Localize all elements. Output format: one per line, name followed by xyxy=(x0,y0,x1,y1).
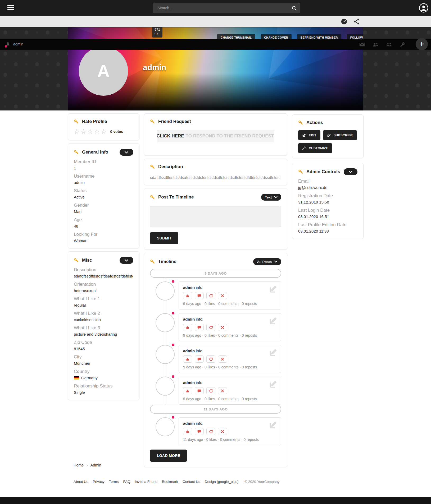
card-title: General Info xyxy=(82,150,108,155)
load-more-button[interactable]: LOAD MORE xyxy=(150,450,187,462)
info-field: What I Like 3 picture and videosharing xyxy=(74,325,133,336)
delete-post-button[interactable] xyxy=(218,324,227,331)
edit-post-icon[interactable] xyxy=(269,420,278,429)
settings-wrench-icon[interactable] xyxy=(400,41,406,48)
footer-link[interactable]: Invite a Friend xyxy=(135,480,158,484)
footer-link[interactable]: Design (google_plus) xyxy=(205,480,239,484)
timeline-dot xyxy=(172,375,174,378)
general-info-card: General Info Member ID 1 Username admin … xyxy=(68,143,139,248)
card-title: Timeline xyxy=(158,259,176,264)
collapse-toggle[interactable] xyxy=(120,257,133,264)
friend-request-card: Friend Request CLICK HERE TO RESPOND TO … xyxy=(144,113,287,156)
delete-post-button[interactable] xyxy=(218,355,227,363)
user-icon xyxy=(6,41,11,47)
profile-toolbar: admin + xyxy=(0,39,431,50)
chevron-down-icon xyxy=(349,171,352,173)
repost-button[interactable] xyxy=(206,292,215,299)
comment-button[interactable] xyxy=(195,355,204,363)
share-icon[interactable] xyxy=(353,18,361,25)
groups-icon[interactable] xyxy=(386,41,392,48)
footer-link[interactable]: Contact Us xyxy=(183,480,200,484)
footer-link[interactable]: Bookmark xyxy=(162,480,178,484)
message-icon[interactable] xyxy=(359,41,365,48)
footer-link[interactable]: FAQ xyxy=(123,480,130,484)
like-button[interactable] xyxy=(183,387,192,394)
add-button[interactable]: + xyxy=(416,38,428,50)
description-text: sdafdfssdffdsfdsfdsafdsfdsfdsfdsfdsfdsdf… xyxy=(150,175,281,180)
footer-links: About UsPrivacyTermsFAQInvite a FriendBo… xyxy=(74,480,280,484)
timeline-post-row: admin info. xyxy=(150,377,281,405)
comment-button[interactable] xyxy=(195,324,204,331)
field-value: Man xyxy=(74,209,133,214)
post-avatar[interactable] xyxy=(156,417,175,436)
delete-post-button[interactable] xyxy=(218,387,227,394)
repost-button[interactable] xyxy=(206,324,215,331)
collapse-toggle[interactable] xyxy=(120,149,133,156)
close-icon xyxy=(221,357,224,361)
field-value: Germany xyxy=(74,376,133,380)
customize-button[interactable]: CUSTOMIZE xyxy=(298,143,332,153)
comment-button[interactable] xyxy=(195,387,204,394)
footer-link[interactable]: Privacy xyxy=(93,480,105,484)
secondary-bar xyxy=(0,16,431,27)
star-icon[interactable]: ☆ xyxy=(94,128,100,135)
field-label: Registration Date xyxy=(298,193,357,198)
like-button[interactable] xyxy=(183,428,192,435)
repost-button[interactable] xyxy=(206,428,215,435)
post-avatar[interactable] xyxy=(156,345,175,364)
key-icon xyxy=(150,195,155,200)
profile-avatar[interactable]: A xyxy=(79,47,128,96)
search-icon[interactable] xyxy=(288,3,300,13)
like-button[interactable] xyxy=(183,292,192,299)
post-type-dropdown[interactable]: Text xyxy=(261,194,281,201)
repost-button[interactable] xyxy=(206,387,215,394)
star-icon[interactable]: ☆ xyxy=(87,128,93,135)
star-icon[interactable]: ☆ xyxy=(101,128,107,135)
hamburger-menu-icon[interactable] xyxy=(7,5,14,11)
like-button[interactable] xyxy=(183,355,192,363)
post-avatar[interactable] xyxy=(156,377,175,396)
comment-button[interactable] xyxy=(195,292,204,299)
edit-post-icon[interactable] xyxy=(269,348,278,357)
footer-link[interactable]: Terms xyxy=(109,480,119,484)
submit-button[interactable]: SUBMIT xyxy=(150,232,178,244)
post-textarea[interactable] xyxy=(150,206,281,227)
close-icon xyxy=(221,389,224,393)
chevron-down-icon xyxy=(125,259,128,262)
post-avatar[interactable] xyxy=(156,281,175,300)
repost-button[interactable] xyxy=(206,355,215,363)
timeline-filter-dropdown[interactable]: All Posts xyxy=(253,258,281,265)
delete-post-button[interactable] xyxy=(218,292,227,299)
field-label: City xyxy=(74,354,133,360)
edit-post-icon[interactable] xyxy=(269,316,278,325)
profilebar-user[interactable]: admin xyxy=(6,41,23,47)
description-card: Description sdafdfssdffdsfdsfdsafdsfdsfd… xyxy=(144,159,287,185)
star-icon[interactable]: ☆ xyxy=(74,128,80,135)
dashboard-icon[interactable] xyxy=(341,18,348,25)
friends-icon[interactable] xyxy=(373,41,379,48)
account-menu-icon[interactable] xyxy=(419,3,428,13)
delete-post-button[interactable] xyxy=(218,428,227,435)
star-icon[interactable]: ☆ xyxy=(81,128,87,135)
edit-post-icon[interactable] xyxy=(269,284,278,293)
actions-card: Actions EDIT SUBSCRIBE CUSTOMIZE xyxy=(292,114,364,158)
friend-request-respond-button[interactable]: CLICK HERE TO RESPOND TO THE FRIEND REQU… xyxy=(157,130,274,142)
footer-link[interactable]: About Us xyxy=(74,480,88,484)
search-input[interactable] xyxy=(154,6,288,10)
post-avatar[interactable] xyxy=(156,313,175,332)
middle-column: Friend Request CLICK HERE TO RESPOND TO … xyxy=(144,110,287,467)
like-button[interactable] xyxy=(183,324,192,331)
edit-button[interactable]: EDIT xyxy=(298,130,320,140)
edit-post-icon[interactable] xyxy=(269,380,278,389)
comment-bubble-icon xyxy=(197,357,201,361)
subscribe-button[interactable]: SUBSCRIBE xyxy=(323,130,357,140)
info-field: Relationship Status Single xyxy=(74,383,133,395)
key-icon xyxy=(150,259,155,264)
field-label: Status xyxy=(74,188,133,193)
top-nav xyxy=(0,0,431,16)
key-icon xyxy=(298,169,303,174)
comment-button[interactable] xyxy=(195,428,204,435)
collapse-toggle[interactable] xyxy=(344,168,357,175)
admin-controls-card: Admin Controls Email jg@solidworx.de Reg… xyxy=(292,163,364,239)
breadcrumb-home-link[interactable]: Home xyxy=(74,463,84,467)
